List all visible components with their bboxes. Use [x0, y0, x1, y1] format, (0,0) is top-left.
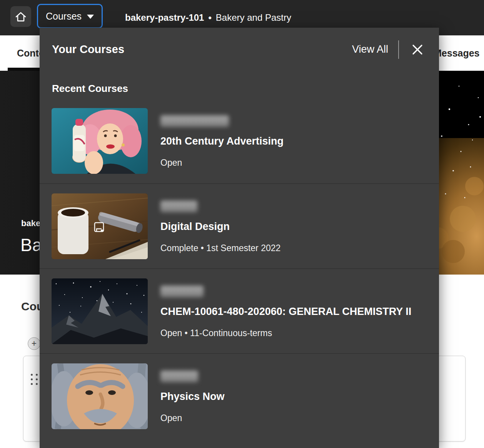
- courses-menu-button[interactable]: Courses: [37, 4, 103, 28]
- grip-dots-icon[interactable]: [31, 374, 38, 385]
- home-button[interactable]: [10, 6, 31, 27]
- course-status: Complete • 1st Semester 2022: [160, 243, 280, 253]
- recent-courses-heading: Recent Courses: [52, 83, 439, 95]
- course-info: 20th Century Advertising Open: [160, 114, 284, 168]
- course-info: Physics Now Open: [160, 369, 225, 423]
- blurred-course-id: [160, 115, 229, 127]
- header-divider: [398, 40, 399, 59]
- course-card[interactable]: 20th Century Advertising Open: [40, 98, 439, 183]
- course-info: Digital Design Complete • 1st Semester 2…: [160, 199, 280, 253]
- add-content-button[interactable]: +: [28, 337, 40, 350]
- recent-courses-list: 20th Century Advertising Open: [40, 98, 439, 438]
- course-title: 20th Century Advertising: [160, 135, 284, 147]
- course-thumbnail-digital-design: [52, 193, 148, 259]
- panel-title: Your Courses: [52, 43, 124, 56]
- breadcrumb-course-id: bakery-pastry-101: [125, 12, 204, 23]
- course-thumbnail-chemistry: [52, 278, 148, 344]
- blurred-course-id: [160, 201, 197, 212]
- blurred-course-id: [160, 286, 204, 297]
- panel-header: Your Courses View All: [40, 28, 439, 71]
- course-card[interactable]: Physics Now Open: [40, 353, 439, 438]
- blurred-course-id: [160, 371, 198, 382]
- course-title: Digital Design: [160, 221, 280, 233]
- course-info: CHEM-10061-480-202060: GENERAL CHEMISTRY…: [160, 284, 411, 338]
- tab-messages[interactable]: Messages: [434, 35, 480, 71]
- close-button[interactable]: [409, 41, 426, 58]
- course-title: Physics Now: [160, 391, 225, 403]
- close-icon: [411, 43, 424, 56]
- active-tab-indicator: [8, 68, 44, 71]
- course-title: CHEM-10061-480-202060: GENERAL CHEMISTRY…: [160, 306, 411, 318]
- course-status: Open: [160, 413, 225, 423]
- course-card[interactable]: Digital Design Complete • 1st Semester 2…: [40, 183, 439, 268]
- breadcrumb-separator: •: [208, 12, 211, 23]
- panel-header-actions: View All: [352, 40, 426, 59]
- chevron-down-icon: [87, 15, 94, 19]
- course-status: Open: [160, 158, 284, 168]
- course-thumbnail-advertising: [52, 108, 148, 174]
- course-thumbnail-physics: [52, 363, 148, 429]
- view-all-link[interactable]: View All: [352, 43, 388, 55]
- home-icon: [14, 10, 28, 23]
- courses-menu-label: Courses: [46, 11, 82, 22]
- courses-dropdown-panel: Your Courses View All Recent Courses: [40, 28, 439, 448]
- course-card[interactable]: CHEM-10061-480-202060: GENERAL CHEMISTRY…: [40, 268, 439, 353]
- breadcrumb-course-name: Bakery and Pastry: [216, 12, 291, 23]
- screen: Courses bakery-pastry-101•Bakery and Pas…: [0, 0, 484, 448]
- course-status: Open • 11-Continuous-terms: [160, 328, 411, 338]
